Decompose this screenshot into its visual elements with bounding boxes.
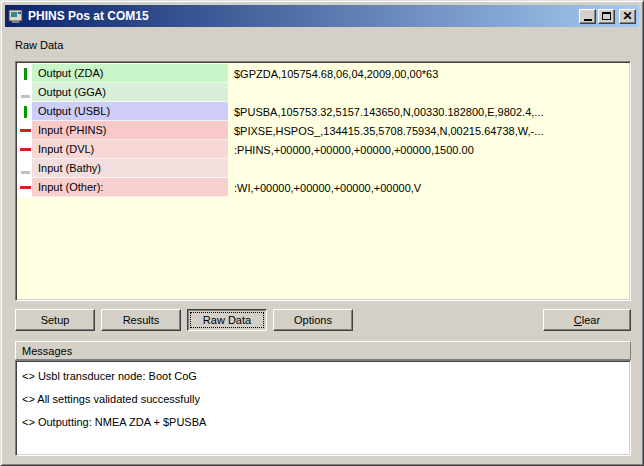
message-item: <> All settings validated successfully (22, 388, 624, 411)
messages-panel: Messages <> Usbl transducer node: Boot C… (15, 341, 631, 456)
title-bar[interactable]: PHINS Pos at COM15 ✕ (5, 5, 639, 27)
row-label: Output (USBL) (32, 102, 228, 121)
message-item: <> Usbl transducer node: Boot CoG (22, 365, 624, 388)
window-title: PHINS Pos at COM15 (28, 9, 577, 23)
row-indicator-cell (18, 102, 32, 121)
minimize-icon (584, 19, 592, 21)
messages-list: <> Usbl transducer node: Boot CoG <> All… (15, 360, 631, 456)
row-indicator-cell (18, 159, 32, 178)
maximize-button[interactable] (598, 9, 615, 24)
clear-button-label: Clear (574, 314, 600, 326)
row-value (228, 83, 628, 102)
row-status-icon (20, 148, 31, 151)
options-button[interactable]: Options (273, 309, 353, 331)
row-indicator-cell (18, 178, 32, 197)
row-value (228, 159, 628, 178)
row-label: Output (ZDA) (32, 64, 228, 83)
setup-button[interactable]: Setup (15, 309, 95, 331)
clear-button[interactable]: Clear (543, 309, 631, 331)
maximize-icon (602, 12, 611, 20)
results-button-label: Results (123, 314, 160, 326)
row-indicator-cell (18, 83, 32, 102)
message-item: <> Outputting: NMEA ZDA + $PUSBA (22, 411, 624, 434)
row-value: :WI,+00000,+00000,+00000,+00000,V (228, 178, 628, 197)
row-indicator-cell (18, 64, 32, 83)
app-icon (8, 8, 24, 24)
row-status-icon (20, 186, 31, 189)
raw-data-section-label: Raw Data (15, 39, 629, 53)
row-label: Input (PHINS) (32, 121, 228, 140)
close-button[interactable]: ✕ (619, 9, 636, 24)
setup-button-label: Setup (41, 314, 70, 326)
row-label: Input (Bathy) (32, 159, 228, 178)
raw-data-table: Output (ZDA) $GPZDA,105754.68,06,04,2009… (15, 61, 631, 301)
table-row: Output (ZDA) $GPZDA,105754.68,06,04,2009… (18, 64, 628, 83)
table-row: Input (Bathy) (18, 159, 628, 178)
row-value: $GPZDA,105754.68,06,04,2009,00,00*63 (228, 64, 628, 83)
row-status-icon (20, 129, 31, 132)
messages-header: Messages (15, 341, 631, 360)
raw-data-button[interactable]: Raw Data (187, 309, 267, 331)
table-row: Input (DVL) :PHINS,+00000,+00000,+00000,… (18, 140, 628, 159)
table-row: Output (GGA) (18, 83, 628, 102)
minimize-button[interactable] (579, 9, 596, 24)
row-value: $PUSBA,105753.32,5157.143650,N,00330.182… (228, 102, 628, 121)
close-icon: ✕ (622, 10, 632, 23)
row-label: Input (Other): (32, 178, 228, 197)
row-value: $PIXSE,HSPOS_,134415.35,5708.75934,N,002… (228, 121, 628, 140)
raw-data-button-label: Raw Data (203, 314, 251, 326)
table-row: Input (Other): :WI,+00000,+00000,+00000,… (18, 178, 628, 197)
client-area: Raw Data Output (ZDA) $GPZDA,105754.68,0… (5, 39, 639, 456)
row-label: Output (GGA) (32, 83, 228, 102)
row-indicator-cell (18, 121, 32, 140)
toolbar: Setup Results Raw Data Options Clear (15, 309, 631, 331)
row-status-icon (21, 171, 30, 174)
options-button-label: Options (294, 314, 332, 326)
row-label: Input (DVL) (32, 140, 228, 159)
row-status-icon (21, 95, 30, 98)
row-indicator-cell (18, 140, 32, 159)
row-value: :PHINS,+00000,+00000,+00000,+00000,1500.… (228, 140, 628, 159)
results-button[interactable]: Results (101, 309, 181, 331)
table-row: Output (USBL) $PUSBA,105753.32,5157.1436… (18, 102, 628, 121)
row-status-icon (24, 106, 27, 118)
table-row: Input (PHINS) $PIXSE,HSPOS_,134415.35,57… (18, 121, 628, 140)
row-status-icon (24, 68, 27, 80)
app-window: PHINS Pos at COM15 ✕ Raw Data Output (ZD… (0, 0, 644, 466)
